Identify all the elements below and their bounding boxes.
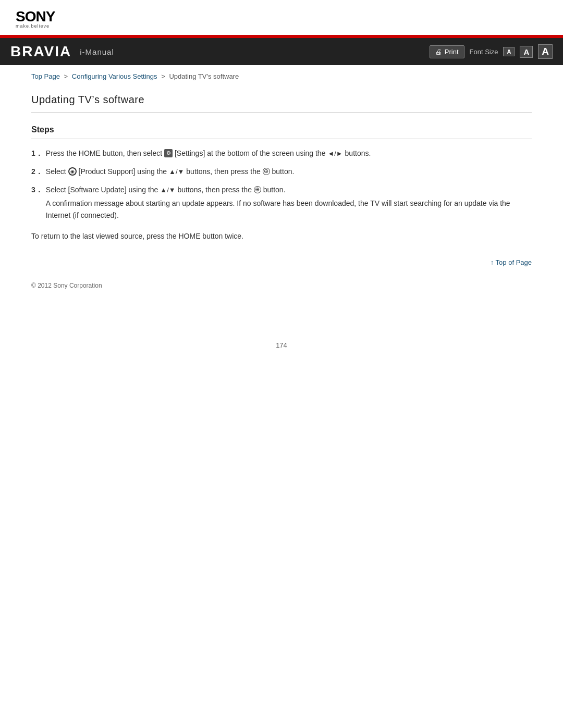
top-of-page-container: ↑ Top of Page [31,258,532,266]
breadcrumb-sep2: > [161,72,165,80]
support-icon: ◉ [68,167,77,176]
print-icon: 🖨 [435,48,442,56]
breadcrumb-configuring[interactable]: Configuring Various Settings [72,72,157,80]
sony-header: SONY make.believe [0,0,563,35]
top-of-page-label: Top of Page [496,258,532,266]
sony-logo: SONY make.believe [16,9,547,29]
sony-tagline: make.believe [16,24,547,29]
up-down-arrows-3: ▲/▼ [160,186,175,194]
bravia-logo: BRAVIA [10,43,71,60]
step-1-content: Press the HOME button, then select ⚙ [Se… [46,147,532,159]
step-2: 2． Select ◉ [Product Support] using the … [31,166,532,178]
font-size-label: Font Size [470,48,498,56]
return-note: To return to the last viewed source, pre… [31,230,532,242]
step-2-number: 2． [31,166,43,178]
step-3-sub: A confirmation message about starting an… [46,198,532,221]
imanual-label: i-Manual [80,47,114,56]
breadcrumb-top-page[interactable]: Top Page [31,72,60,80]
bravia-right: 🖨 Print Font Size A A A [430,44,553,59]
sony-logo-text: SONY [16,9,547,24]
steps-list: 1． Press the HOME button, then select ⚙ … [31,147,532,221]
top-of-page-arrow: ↑ [491,258,494,266]
settings-icon: ⚙ [164,149,173,157]
copyright: © 2012 Sony Corporation [31,282,532,289]
step-1-number: 1． [31,147,43,159]
font-medium-button[interactable]: A [520,46,533,58]
breadcrumb: Top Page > Configuring Various Settings … [31,65,532,85]
page-title: Updating TV’s software [31,85,532,113]
font-large-button[interactable]: A [538,44,553,59]
page-number: 174 [0,341,563,365]
font-small-button[interactable]: A [503,47,515,56]
confirm-icon-2: ⊕ [263,168,270,175]
up-down-arrows-2: ▲/▼ [169,168,184,176]
breadcrumb-sep1: > [64,72,68,80]
step-1: 1． Press the HOME button, then select ⚙ … [31,147,532,159]
step-3-number: 3． [31,184,43,221]
confirm-icon-3: ⊕ [254,186,261,193]
steps-heading: Steps [31,125,532,139]
print-button[interactable]: 🖨 Print [430,45,464,58]
breadcrumb-current: Updating TV's software [169,72,239,80]
bravia-bar: BRAVIA i-Manual 🖨 Print Font Size A A A [0,38,563,65]
print-label: Print [445,48,459,56]
left-right-arrows: ◄/► [327,150,342,157]
step-3-content: Select [Software Update] using the ▲/▼ b… [46,184,532,221]
main-content: Top Page > Configuring Various Settings … [0,65,563,310]
bravia-left: BRAVIA i-Manual [10,43,114,60]
step-2-content: Select ◉ [Product Support] using the ▲/▼… [46,166,532,178]
step-3: 3． Select [Software Update] using the ▲/… [31,184,532,221]
top-of-page-link[interactable]: ↑ Top of Page [491,258,532,266]
